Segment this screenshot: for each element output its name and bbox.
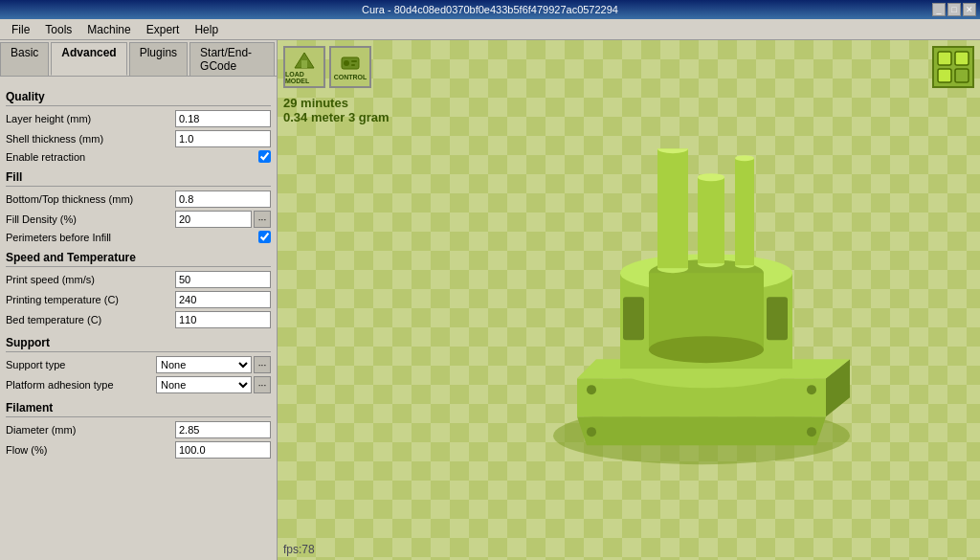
- print-speed-row: Print speed (mm/s): [6, 271, 271, 288]
- tab-plugins[interactable]: Plugins: [129, 42, 188, 76]
- svg-marker-7: [577, 416, 826, 445]
- viewport: LOAD MODEL CONTROL 29 minutes 0.34 meter…: [278, 40, 980, 560]
- shell-thickness-input[interactable]: [175, 130, 271, 147]
- minimize-button[interactable]: _: [932, 3, 946, 16]
- bed-temperature-label: Bed temperature (C): [6, 314, 175, 325]
- fill-density-label: Fill Density (%): [6, 213, 175, 225]
- svg-point-22: [698, 173, 724, 181]
- titlebar-controls: _ □ ✕: [932, 3, 976, 16]
- layer-height-label: Layer height (mm): [6, 113, 175, 124]
- perimeters-before-infill-label: Perimeters before Infill: [6, 232, 258, 243]
- support-type-dots-button[interactable]: ···: [254, 356, 271, 373]
- platform-adhesion-select[interactable]: None Brim Raft: [156, 376, 252, 393]
- flow-label: Flow (%): [6, 444, 175, 456]
- svg-rect-4: [351, 60, 357, 62]
- printing-temperature-row: Printing temperature (C): [6, 291, 271, 308]
- svg-rect-21: [698, 177, 724, 263]
- platform-adhesion-dots-button[interactable]: ···: [254, 376, 271, 393]
- platform-adhesion-row: Platform adhesion type None Brim Raft ··…: [6, 376, 271, 393]
- svg-point-3: [344, 60, 349, 66]
- support-type-select[interactable]: None Touching buildplate Everywhere: [156, 356, 252, 373]
- left-panel: Basic Advanced Plugins Start/End-GCode Q…: [0, 40, 278, 560]
- titlebar: Cura - 80d4c08ed0370bf0e433b5f6f479927ac…: [0, 0, 980, 19]
- enable-retraction-label: Enable retraction: [6, 151, 258, 163]
- print-speed-label: Print speed (mm/s): [6, 274, 175, 285]
- enable-retraction-checkbox[interactable]: [258, 150, 271, 163]
- svg-point-28: [587, 427, 596, 437]
- svg-point-29: [807, 427, 816, 437]
- print-info: 29 minutes 0.34 meter 3 gram: [283, 96, 390, 124]
- support-section-title: Support: [6, 336, 271, 352]
- svg-rect-34: [938, 69, 951, 82]
- control-label: CONTROL: [334, 74, 368, 80]
- fill-density-row: Fill Density (%) ···: [6, 211, 271, 228]
- filament-section-title: Filament: [6, 401, 271, 417]
- support-type-row: Support type None Touching buildplate Ev…: [6, 356, 271, 373]
- svg-rect-18: [657, 148, 688, 268]
- model-container: [520, 148, 883, 486]
- perimeters-before-infill-row: Perimeters before Infill: [6, 231, 271, 243]
- enable-retraction-row: Enable retraction: [6, 150, 271, 163]
- tab-advanced[interactable]: Advanced: [51, 42, 126, 76]
- diameter-input[interactable]: [175, 421, 271, 438]
- layer-height-input[interactable]: [175, 110, 271, 127]
- printing-temperature-input[interactable]: [175, 291, 271, 308]
- menu-tools[interactable]: Tools: [37, 21, 79, 38]
- menubar: File Tools Machine Expert Help: [0, 19, 980, 40]
- platform-adhesion-label: Platform adhesion type: [6, 379, 156, 391]
- diameter-label: Diameter (mm): [6, 424, 175, 436]
- menu-expert[interactable]: Expert: [139, 21, 188, 38]
- svg-rect-24: [735, 158, 754, 265]
- perimeters-before-infill-checkbox[interactable]: [258, 231, 271, 243]
- fps-counter: fps:78: [283, 543, 315, 556]
- bottom-top-thickness-label: Bottom/Top thickness (mm): [6, 193, 175, 205]
- svg-rect-5: [351, 64, 355, 66]
- settings-panel: Quality Layer height (mm) Shell thicknes…: [0, 77, 277, 560]
- close-button[interactable]: ✕: [963, 3, 976, 16]
- tab-startend-gcode[interactable]: Start/End-GCode: [189, 42, 275, 76]
- bottom-top-thickness-row: Bottom/Top thickness (mm): [6, 190, 271, 208]
- svg-point-25: [735, 155, 754, 161]
- svg-rect-33: [955, 52, 969, 65]
- view-mode-button[interactable]: [932, 46, 974, 88]
- bed-temperature-row: Bed temperature (C): [6, 311, 271, 328]
- control-icon: [339, 54, 362, 73]
- fill-density-input[interactable]: [175, 211, 252, 228]
- load-model-icon: [293, 51, 316, 70]
- shell-thickness-label: Shell thickness (mm): [6, 133, 175, 145]
- maximize-button[interactable]: □: [947, 3, 961, 16]
- window-title: Cura - 80d4c08ed0370bf0e433b5f6f479927ac…: [362, 4, 618, 15]
- menu-file[interactable]: File: [4, 21, 37, 38]
- support-type-wrapper: None Touching buildplate Everywhere ···: [156, 356, 271, 373]
- tab-bar: Basic Advanced Plugins Start/End-GCode: [0, 40, 277, 77]
- 3d-model-svg: [520, 148, 883, 483]
- flow-input[interactable]: [175, 441, 271, 459]
- diameter-row: Diameter (mm): [6, 421, 271, 438]
- load-model-label: LOAD MODEL: [285, 71, 323, 84]
- quality-section-title: Quality: [6, 90, 271, 106]
- svg-rect-35: [955, 69, 969, 82]
- menu-help[interactable]: Help: [187, 21, 226, 38]
- print-time: 29 minutes: [283, 96, 390, 110]
- speed-section-title: Speed and Temperature: [6, 251, 271, 267]
- support-type-label: Support type: [6, 359, 156, 370]
- svg-point-31: [807, 385, 816, 394]
- load-model-button[interactable]: LOAD MODEL: [283, 46, 325, 88]
- svg-rect-1: [301, 60, 307, 68]
- svg-rect-27: [767, 297, 788, 340]
- fill-density-dots-button[interactable]: ···: [254, 211, 271, 228]
- svg-rect-26: [623, 297, 644, 340]
- viewport-toolbar: LOAD MODEL CONTROL: [283, 46, 371, 88]
- svg-rect-32: [938, 52, 951, 65]
- control-button[interactable]: CONTROL: [329, 46, 371, 88]
- bed-temperature-input[interactable]: [175, 311, 271, 328]
- printing-temperature-label: Printing temperature (C): [6, 294, 175, 305]
- view-mode-icon: [936, 50, 970, 84]
- platform-adhesion-wrapper: None Brim Raft ···: [156, 376, 271, 393]
- tab-basic[interactable]: Basic: [0, 42, 49, 76]
- svg-point-30: [587, 385, 596, 394]
- print-material: 0.34 meter 3 gram: [283, 110, 390, 124]
- menu-machine[interactable]: Machine: [79, 21, 138, 38]
- bottom-top-thickness-input[interactable]: [175, 190, 271, 208]
- print-speed-input[interactable]: [175, 271, 271, 288]
